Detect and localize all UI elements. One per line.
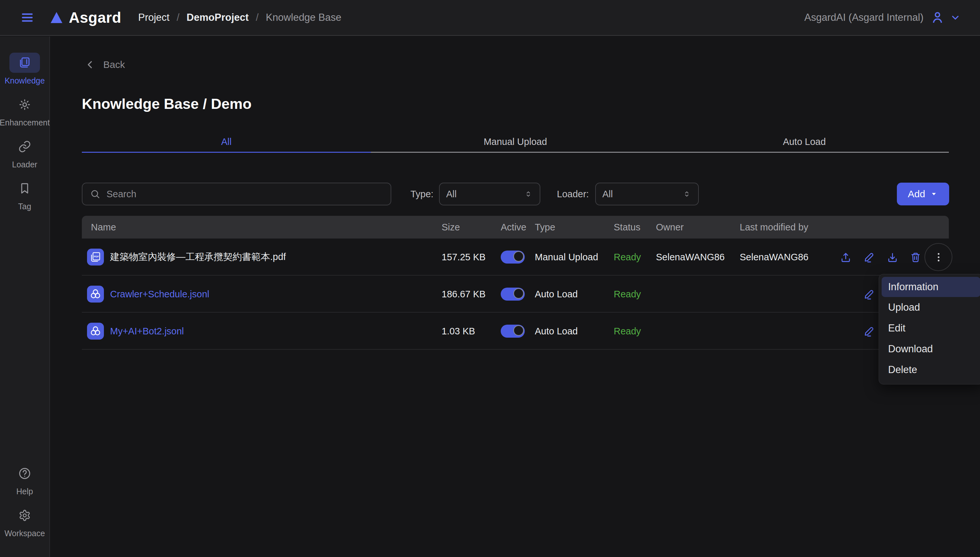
row-actions <box>82 239 949 275</box>
edit-icon <box>863 325 875 337</box>
column-header-active: Active <box>501 216 526 239</box>
loader-filter-select[interactable]: All <box>595 182 699 205</box>
table-row: My+AI+Bot2.jsonl1.03 KBAuto LoadReady <box>82 313 949 350</box>
question-icon <box>18 467 31 480</box>
chevron-left-icon <box>85 59 96 70</box>
header-right: AsgardAI (Asgard Internal) <box>804 10 961 25</box>
tab-manual-upload[interactable]: Manual Upload <box>371 132 660 152</box>
sidebar-tile-workspace <box>10 505 40 526</box>
row-actions <box>82 313 949 350</box>
column-header-status: Status <box>614 216 640 239</box>
type-filter-value: All <box>446 189 456 200</box>
loader-filter-label: Loader: <box>557 182 589 205</box>
breadcrumb-separator: / <box>256 12 259 23</box>
table-row: Crawler+Schedule.jsonl186.67 KBAuto Load… <box>82 275 949 313</box>
delete-icon <box>910 251 922 263</box>
sidebar-tile-tag <box>10 178 40 199</box>
row-context-menu: InformationUploadEditDownloadDelete <box>879 274 980 384</box>
search-input[interactable] <box>107 189 383 200</box>
book-icon <box>18 56 31 70</box>
table-header: NameSizeActiveTypeStatusOwnerLast modifi… <box>82 216 949 239</box>
breadcrumb: Project/DemoProject/Knowledge Base <box>138 12 341 23</box>
loader-filter-value: All <box>602 189 613 200</box>
back-button[interactable]: Back <box>85 59 125 70</box>
column-header-type: Type <box>535 216 555 239</box>
column-header-owner: Owner <box>656 216 683 239</box>
type-filter-label: Type: <box>410 182 433 205</box>
more-button[interactable] <box>931 250 946 264</box>
logo-text: Asgard <box>69 9 121 26</box>
edit-icon <box>863 288 875 300</box>
back-label: Back <box>103 59 125 70</box>
breadcrumb-item-demoproject[interactable]: DemoProject <box>187 12 249 23</box>
sidebar-tile-help <box>10 463 40 484</box>
sidebar-nav: KnowledgeEnhancementLoaderTag <box>0 53 50 211</box>
sidebar-item-help[interactable]: Help <box>10 463 40 496</box>
menu-item-delete[interactable]: Delete <box>882 360 980 380</box>
bookmark-icon <box>18 182 31 195</box>
sidebar-item-label: Help <box>16 487 33 496</box>
sidebar-item-label: Knowledge <box>5 76 45 85</box>
knowledge-table: NameSizeActiveTypeStatusOwnerLast modifi… <box>82 216 949 350</box>
delete-button[interactable] <box>908 250 923 264</box>
sidebar-tile-enhancement <box>10 94 40 115</box>
edit-icon <box>863 251 875 263</box>
menu-item-upload[interactable]: Upload <box>882 297 980 318</box>
search-icon <box>89 189 101 200</box>
edit-button[interactable] <box>862 287 876 301</box>
gear-icon <box>18 508 31 522</box>
sun-icon <box>18 98 31 111</box>
account-label: AsgardAI (Asgard Internal) <box>804 12 923 23</box>
caret-down-icon <box>930 190 938 198</box>
hamburger-menu-button[interactable] <box>19 9 36 26</box>
sidebar-item-label: Workspace <box>5 529 45 538</box>
add-button-label: Add <box>908 189 925 200</box>
type-filter-select[interactable]: All <box>439 182 540 205</box>
edit-button[interactable] <box>862 250 876 264</box>
search-box[interactable] <box>82 182 391 205</box>
user-icon <box>930 10 945 25</box>
download-button[interactable] <box>885 250 899 264</box>
upload-icon <box>840 251 852 263</box>
tab-auto-load[interactable]: Auto Load <box>660 132 949 152</box>
page-title: Knowledge Base / Demo <box>82 96 251 112</box>
sidebar-item-enhancement[interactable]: Enhancement <box>0 94 50 127</box>
sidebar-item-label: Loader <box>12 160 37 169</box>
menu-item-edit[interactable]: Edit <box>882 318 980 339</box>
more-icon <box>933 251 944 263</box>
download-icon <box>886 251 899 263</box>
account-menu-button[interactable] <box>930 10 961 25</box>
menu-item-download[interactable]: Download <box>882 339 980 360</box>
sidebar-item-workspace[interactable]: Workspace <box>5 505 45 538</box>
breadcrumb-separator: / <box>177 12 180 23</box>
app-logo: Asgard <box>49 9 121 26</box>
logo-triangle-icon <box>49 10 64 25</box>
hamburger-icon <box>20 10 35 25</box>
sidebar-item-label: Tag <box>18 202 31 211</box>
column-header-name: Name <box>91 216 116 239</box>
edit-button[interactable] <box>862 324 876 338</box>
breadcrumb-item-project[interactable]: Project <box>138 12 169 23</box>
chevron-up-down-icon <box>524 189 533 199</box>
sidebar-footer: HelpWorkspace <box>5 463 45 557</box>
link-icon <box>18 140 31 153</box>
column-header-size: Size <box>441 216 460 239</box>
tab-bar: AllManual UploadAuto Load <box>82 132 949 153</box>
add-button[interactable]: Add <box>897 182 949 205</box>
sidebar-item-label: Enhancement <box>0 118 50 127</box>
sidebar-tile-loader <box>10 137 40 156</box>
filter-bar: Type: All Loader: All Add <box>0 182 980 205</box>
sidebar-tile-knowledge <box>10 53 40 73</box>
sidebar: KnowledgeEnhancementLoaderTag HelpWorksp… <box>0 36 50 557</box>
column-header-last: Last modified by <box>740 216 808 239</box>
row-actions <box>82 275 949 313</box>
chevron-down-icon <box>949 12 961 23</box>
app-header: Asgard Project/DemoProject/Knowledge Bas… <box>0 0 980 36</box>
upload-button[interactable] <box>839 250 853 264</box>
sidebar-item-tag[interactable]: Tag <box>10 178 40 211</box>
chevron-up-down-icon <box>682 189 692 199</box>
sidebar-item-knowledge[interactable]: Knowledge <box>5 53 45 85</box>
menu-item-information[interactable]: Information <box>882 277 980 297</box>
tab-all[interactable]: All <box>82 132 371 152</box>
sidebar-item-loader[interactable]: Loader <box>10 137 40 169</box>
